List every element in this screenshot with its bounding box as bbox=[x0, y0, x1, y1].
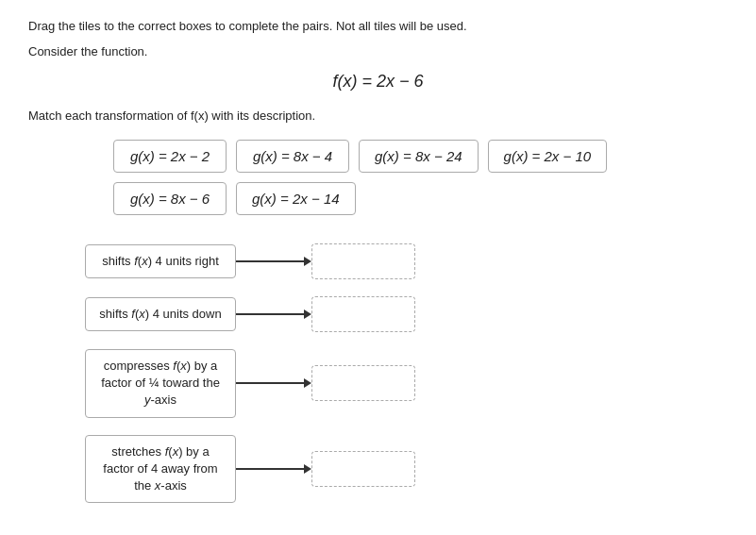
tile-6[interactable]: g(x) = 2x − 14 bbox=[236, 182, 356, 215]
match-row-4: stretches f(x) by a factor of 4 away fro… bbox=[85, 435, 728, 504]
drop-box-2[interactable] bbox=[311, 296, 415, 332]
arrow-head-2 bbox=[304, 309, 311, 319]
match-row-2: shifts f(x) 4 units down bbox=[85, 296, 728, 332]
arrow-4 bbox=[236, 464, 311, 474]
matching-area: shifts f(x) 4 units right shifts f(x) 4 … bbox=[85, 243, 728, 503]
description-2: shifts f(x) 4 units down bbox=[85, 297, 236, 331]
consider-text: Consider the function. bbox=[28, 44, 728, 59]
drop-box-4[interactable] bbox=[311, 451, 415, 487]
function-expression: f(x) = 2x − 6 bbox=[332, 72, 423, 91]
arrow-head-4 bbox=[304, 464, 311, 474]
drop-box-1[interactable] bbox=[311, 243, 415, 279]
description-1: shifts f(x) 4 units right bbox=[85, 244, 236, 278]
main-function: f(x) = 2x − 6 bbox=[28, 72, 728, 92]
instruction-text: Drag the tiles to the correct boxes to c… bbox=[28, 19, 728, 33]
match-row-1: shifts f(x) 4 units right bbox=[85, 243, 728, 279]
arrow-line-3 bbox=[236, 382, 304, 384]
tile-3[interactable]: g(x) = 8x − 24 bbox=[359, 140, 479, 173]
drop-box-3[interactable] bbox=[311, 365, 415, 401]
arrow-head-3 bbox=[304, 378, 311, 388]
arrow-3 bbox=[236, 378, 311, 388]
tile-4[interactable]: g(x) = 2x − 10 bbox=[488, 140, 608, 173]
arrow-line-1 bbox=[236, 260, 304, 262]
tile-2[interactable]: g(x) = 8x − 4 bbox=[236, 140, 349, 173]
arrow-1 bbox=[236, 257, 311, 266]
description-3: compresses f(x) by a factor of ¼ toward … bbox=[85, 349, 236, 418]
arrow-2 bbox=[236, 309, 311, 319]
match-instruction: Match each transformation of f(x) with i… bbox=[28, 109, 728, 123]
tile-1[interactable]: g(x) = 2x − 2 bbox=[113, 140, 227, 173]
arrow-line-2 bbox=[236, 313, 304, 315]
arrow-head-1 bbox=[304, 257, 311, 266]
tiles-area: g(x) = 2x − 2 g(x) = 8x − 4 g(x) = 8x − … bbox=[113, 140, 728, 215]
arrow-line-4 bbox=[236, 468, 304, 470]
match-row-3: compresses f(x) by a factor of ¼ toward … bbox=[85, 349, 728, 418]
tile-5[interactable]: g(x) = 8x − 6 bbox=[113, 182, 227, 215]
description-4: stretches f(x) by a factor of 4 away fro… bbox=[85, 435, 236, 504]
